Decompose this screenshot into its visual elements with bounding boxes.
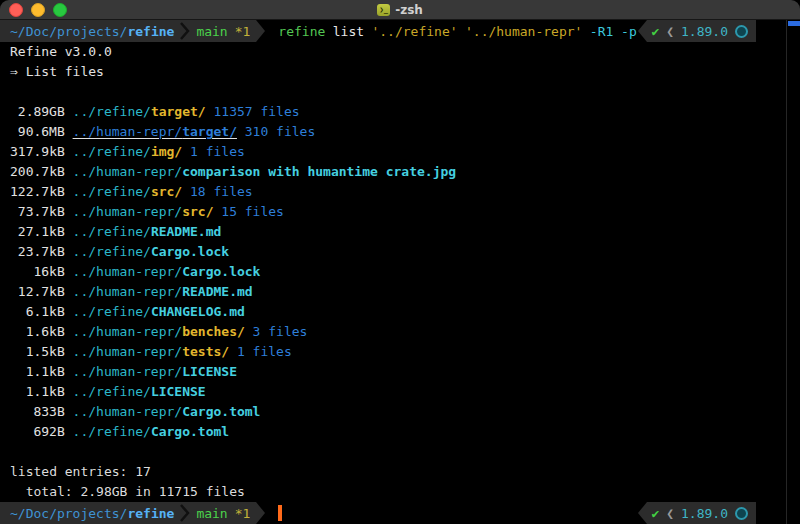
- file-entry: 122.7kB../refine/src/ 18 files: [10, 182, 800, 202]
- file-entry: 1.5kB../human-repr/tests/ 1 files: [10, 342, 800, 362]
- terminal-output: Refine v3.0.0 ⇒ List files 2.89GB../refi…: [0, 42, 800, 502]
- cwd-current-dir: refine: [127, 24, 174, 39]
- entry-path: ../human-repr/src/: [73, 204, 214, 219]
- right-chevron-icon: ❮: [666, 24, 674, 39]
- entry-size: 1.1kB: [10, 382, 65, 402]
- entry-count: 1 files: [182, 144, 245, 159]
- entry-path: ../human-repr/Cargo.lock: [73, 264, 261, 279]
- command-arg2: '../human-repr': [465, 24, 582, 39]
- entry-path: ../refine/CHANGELOG.md: [73, 304, 245, 319]
- entry-parent-path: ../refine/: [73, 144, 151, 159]
- entry-size: 27.1kB: [10, 222, 65, 242]
- git-branch: main: [196, 506, 227, 521]
- entry-path: ../human-repr/comparison with humantime …: [73, 164, 457, 179]
- entry-size: 73.7kB: [10, 202, 65, 222]
- close-button[interactable]: [9, 3, 23, 17]
- entry-size: 2.89GB: [10, 102, 65, 122]
- entry-path: ../human-repr/benches/: [73, 324, 245, 339]
- file-entry: 1.1kB../refine/LICENSE: [10, 382, 800, 402]
- entry-path: ../human-repr/tests/: [73, 344, 230, 359]
- entry-path: ../refine/img/: [73, 144, 183, 159]
- entry-size: 833B: [10, 402, 65, 422]
- entry-path: ../refine/src/: [73, 184, 183, 199]
- zoom-button[interactable]: [53, 3, 67, 17]
- scrollbar[interactable]: [786, 20, 800, 524]
- entry-size: 90.6MB: [10, 122, 65, 142]
- entry-parent-path: ../refine/: [73, 244, 151, 259]
- file-entry: 692B../refine/Cargo.toml: [10, 422, 800, 442]
- app-version-line: Refine v3.0.0: [10, 42, 800, 62]
- command-line: refinelist'../refine''../human-repr'-R1 …: [278, 20, 636, 42]
- entry-size: 6.1kB: [10, 302, 65, 322]
- action-line: ⇒ List files: [10, 62, 800, 82]
- entry-count: 310 files: [237, 124, 315, 139]
- file-entry: 27.1kB../refine/README.md: [10, 222, 800, 242]
- cwd-path-prefix: ~/Doc/projects/: [10, 506, 127, 521]
- command-subcommand: list: [333, 24, 364, 39]
- entry-path: ../refine/README.md: [73, 224, 222, 239]
- entry-path: ../human-repr/README.md: [73, 284, 253, 299]
- entry-size: 12.7kB: [10, 282, 65, 302]
- entry-name: README.md: [151, 224, 221, 239]
- entry-size: 692B: [10, 422, 65, 442]
- entry-name: Cargo.lock: [151, 244, 229, 259]
- command-arg1: '../refine': [371, 24, 457, 39]
- entry-size: 1.5kB: [10, 342, 65, 362]
- listed-entries-line: listed entries: 17: [10, 462, 800, 482]
- entry-size: 1.1kB: [10, 362, 65, 382]
- entry-parent-path: ../human-repr/: [73, 364, 183, 379]
- entry-count: 3 files: [245, 324, 308, 339]
- git-changes-count: *1: [235, 506, 251, 521]
- cwd-current-dir: refine: [127, 506, 174, 521]
- blank-line: [10, 442, 800, 462]
- file-entry: 73.7kB../human-repr/src/ 15 files: [10, 202, 800, 222]
- exit-status-check-icon: ✔: [651, 24, 659, 39]
- total-line: total: 2.98GB in 11715 files: [10, 482, 800, 502]
- file-entry: 12.7kB../human-repr/README.md: [10, 282, 800, 302]
- entry-path: ../refine/target/: [73, 104, 206, 119]
- right-prompt: ✔ ❮ 1.89.0: [638, 502, 756, 524]
- entry-parent-path: ../refine/: [73, 304, 151, 319]
- entry-name: target/: [151, 104, 206, 119]
- window-title: -zsh: [395, 3, 423, 17]
- powerline-cap-icon: [256, 502, 265, 524]
- file-entry: 90.6MB../human-repr/target/ 310 files: [10, 122, 800, 142]
- entry-parent-path: ../refine/: [73, 384, 151, 399]
- file-entry: 1.1kB../human-repr/LICENSE: [10, 362, 800, 382]
- command-program: refine: [278, 24, 325, 39]
- entry-path: ../refine/Cargo.toml: [73, 424, 230, 439]
- title-group: -zsh: [0, 3, 800, 17]
- entry-name: comparison with humantime crate.jpg: [182, 164, 456, 179]
- entry-name: Cargo.lock: [182, 264, 260, 279]
- entry-name: src/: [182, 204, 213, 219]
- entry-path[interactable]: ../human-repr/target/: [73, 124, 237, 139]
- rust-version: 1.89.0: [681, 506, 728, 521]
- entry-parent-path: ../refine/: [73, 424, 151, 439]
- exit-status-check-icon: ✔: [651, 506, 659, 521]
- powerline-chevron-icon: [180, 20, 190, 42]
- entry-parent-path: ../human-repr/: [73, 404, 183, 419]
- entry-name: Cargo.toml: [151, 424, 229, 439]
- minimize-button[interactable]: [31, 3, 45, 17]
- entry-size: 122.7kB: [10, 182, 65, 202]
- entry-name: tests/: [182, 344, 229, 359]
- right-prompt: ✔ ❮ 1.89.0: [638, 20, 756, 42]
- entry-parent-path: ../human-repr/: [73, 164, 183, 179]
- entry-parent-path: ../human-repr/: [73, 124, 183, 139]
- entry-name: README.md: [182, 284, 252, 299]
- entry-name: Cargo.toml: [182, 404, 260, 419]
- entry-parent-path: ../human-repr/: [73, 264, 183, 279]
- file-list: 2.89GB../refine/target/ 11357 files90.6M…: [10, 102, 800, 442]
- right-chevron-icon: ❮: [666, 506, 674, 521]
- entry-size: 200.7kB: [10, 162, 65, 182]
- entry-size: 16kB: [10, 262, 65, 282]
- scrollbar-thumb[interactable]: [788, 21, 800, 26]
- git-branch: main: [196, 24, 227, 39]
- entry-parent-path: ../human-repr/: [73, 344, 183, 359]
- entry-parent-path: ../refine/: [73, 224, 151, 239]
- rust-version: 1.89.0: [681, 24, 728, 39]
- titlebar: -zsh: [0, 0, 800, 20]
- entry-parent-path: ../human-repr/: [73, 284, 183, 299]
- entry-size: 1.6kB: [10, 322, 65, 342]
- rust-logo-icon: [735, 507, 748, 520]
